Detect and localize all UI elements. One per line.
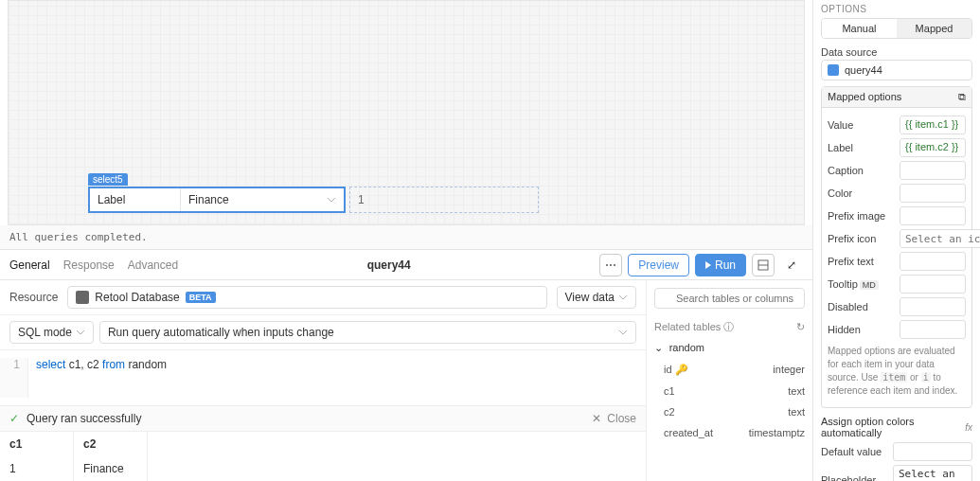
layout-button[interactable] [752, 254, 775, 276]
value-prop-input[interactable]: {{ item.c1 }} [900, 116, 966, 134]
schema-panel: Related tables ⓘ ↻ ⌄ random id 🔑integer … [646, 280, 812, 481]
resource-label: Resource [9, 291, 58, 304]
schema-table-random[interactable]: ⌄ random [654, 340, 805, 356]
tab-general[interactable]: General [9, 251, 50, 279]
canvas-area[interactable]: select5 Label Finance 1 [8, 0, 805, 225]
mapped-options-box: Mapped options ⧉ Value{{ item.c1 }} Labe… [821, 86, 972, 408]
view-data-button[interactable]: View data [557, 286, 636, 309]
col-c2[interactable]: c2 [74, 432, 148, 456]
color-prop-label: Color [828, 187, 894, 199]
close-button[interactable]: Close [607, 412, 636, 425]
caption-prop-label: Caption [828, 165, 894, 176]
component-tag: select5 [88, 173, 128, 186]
options-section-title: OPTIONS [821, 0, 972, 18]
prefix-text-label: Prefix text [828, 256, 894, 267]
fx-icon[interactable]: fx [965, 422, 972, 433]
seg-manual[interactable]: Manual [822, 19, 897, 38]
more-button[interactable]: ⋯ [599, 254, 622, 276]
play-icon [705, 261, 711, 269]
table-header-row: c1 c2 [0, 432, 646, 456]
prefix-text-input[interactable] [900, 252, 966, 271]
status-line: All queries completed. [0, 225, 812, 249]
chevron-down-icon [327, 195, 336, 205]
prefix-image-input[interactable] [900, 206, 966, 225]
data-source-label: Data source [821, 46, 972, 58]
query-editor: General Response Advanced query44 ⋯ Prev… [0, 249, 812, 481]
schema-col-created[interactable]: created_attimestamptz [654, 425, 805, 440]
text-value: 1 [358, 193, 365, 206]
preview-button[interactable]: Preview [628, 254, 689, 276]
code-line: select c1, c2 from random [28, 358, 174, 398]
tab-response[interactable]: Response [63, 251, 115, 279]
code-editor[interactable]: 1 select c1, c2 from random [0, 350, 646, 405]
disabled-prop-label: Disabled [828, 301, 894, 312]
options-mode-segmented: Manual Mapped [821, 18, 972, 39]
prefix-icon-input[interactable] [900, 229, 980, 248]
chevron-down-icon: ⌄ [654, 342, 663, 353]
info-icon: ⓘ [723, 321, 734, 332]
database-icon [76, 291, 89, 304]
text-component[interactable]: 1 [349, 187, 539, 213]
result-message: Query ran successfully [27, 412, 141, 425]
resource-select[interactable]: Retool Database BETA [67, 286, 546, 309]
default-value-label: Default value [821, 446, 887, 457]
resource-name: Retool Database [95, 291, 179, 304]
prefix-image-label: Prefix image [828, 210, 894, 222]
disabled-prop-input[interactable] [900, 297, 966, 316]
chevron-down-icon [76, 328, 85, 337]
select-dropdown[interactable]: Finance [181, 188, 344, 211]
auto-colors-label: Assign option colors automatically [821, 416, 959, 438]
mapped-options-title: Mapped options [828, 91, 901, 103]
placeholder-input[interactable]: Select an option [893, 465, 972, 481]
query-icon [828, 64, 839, 76]
line-gutter: 1 [0, 358, 28, 398]
hidden-prop-input[interactable] [900, 320, 966, 339]
result-bar: ✓ Query ran successfully ✕ Close [0, 405, 646, 431]
beta-badge: BETA [186, 292, 216, 303]
placeholder-label: Placeholder [821, 474, 887, 481]
data-source-select[interactable]: query44 [821, 60, 972, 80]
editor-tabs: General Response Advanced [9, 251, 178, 279]
col-c1[interactable]: c1 [0, 432, 74, 456]
inspector-panel: OPTIONS Manual Mapped Data source query4… [813, 0, 980, 481]
schema-col-c1[interactable]: c1text [654, 383, 805, 399]
select-component[interactable]: Label Finance [88, 187, 346, 213]
refresh-icon[interactable]: ↻ [796, 321, 805, 333]
tooltip-prop-label: TooltipMD [828, 278, 894, 290]
table-row[interactable]: 1 Finance [0, 456, 646, 481]
value-prop-label: Value [828, 119, 894, 131]
prefix-icon-label: Prefix icon [828, 233, 894, 244]
tooltip-prop-input[interactable] [900, 275, 966, 294]
seg-mapped[interactable]: Mapped [897, 19, 971, 38]
sql-mode-select[interactable]: SQL mode [9, 321, 94, 344]
mapped-hint: Mapped options are evaluated for each it… [828, 345, 966, 398]
close-x-icon[interactable]: ✕ [592, 412, 601, 425]
result-table: c1 c2 1 Finance [0, 431, 646, 481]
editor-header: General Response Advanced query44 ⋯ Prev… [0, 250, 812, 280]
tab-advanced[interactable]: Advanced [128, 251, 178, 279]
caption-prop-input[interactable] [900, 161, 966, 180]
trigger-select[interactable]: Run query automatically when inputs chan… [99, 321, 636, 344]
hidden-prop-label: Hidden [828, 324, 894, 335]
schema-col-c2[interactable]: c2text [654, 404, 805, 419]
label-prop-label: Label [828, 142, 894, 153]
chevron-down-icon [618, 293, 628, 302]
copy-icon[interactable]: ⧉ [958, 91, 966, 103]
related-tables-label: Related tables ⓘ [654, 320, 734, 334]
check-icon: ✓ [9, 412, 19, 425]
label-prop-input[interactable]: {{ item.c2 }} [900, 138, 966, 157]
schema-col-id[interactable]: id 🔑integer [654, 362, 805, 378]
expand-button[interactable]: ⤢ [780, 254, 803, 276]
run-button[interactable]: Run [695, 254, 746, 276]
select-label: Label [90, 188, 181, 211]
cell: 1 [0, 456, 74, 481]
query-title: query44 [178, 258, 599, 272]
chevron-down-icon [618, 328, 628, 337]
schema-search-input[interactable] [654, 288, 805, 309]
cell: Finance [74, 456, 148, 481]
select-value-text: Finance [188, 193, 229, 206]
color-prop-input[interactable] [900, 184, 966, 203]
default-value-input[interactable] [893, 442, 972, 461]
